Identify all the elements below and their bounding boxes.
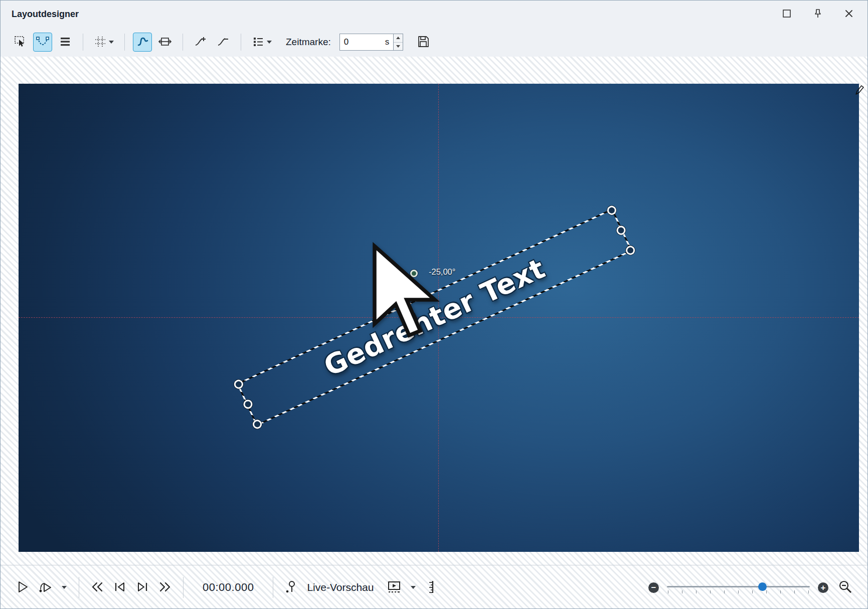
keyframe-curve-icon <box>36 35 49 50</box>
keyframe-list-icon <box>252 35 265 50</box>
transport-separator <box>273 577 273 598</box>
toolbar-separator <box>124 34 125 51</box>
play-button[interactable] <box>14 578 32 596</box>
play-from-marker-icon <box>38 579 53 596</box>
tracks-icon <box>59 35 72 50</box>
chevron-down-icon <box>62 586 67 589</box>
motion-path-button[interactable] <box>133 33 152 52</box>
spin-down-button[interactable] <box>394 42 403 51</box>
save-button[interactable] <box>414 33 433 52</box>
next-frame-icon <box>135 579 150 596</box>
select-object-icon <box>14 35 27 50</box>
zeitmarke-input[interactable] <box>340 34 385 50</box>
live-preview-button[interactable] <box>282 578 300 596</box>
preview-options-dropdown[interactable] <box>408 578 419 596</box>
time-display: 00:00.000 <box>203 581 254 594</box>
measure-button[interactable] <box>423 578 441 596</box>
pen-cursor-icon <box>854 85 864 98</box>
zoom-controls: − + <box>648 578 854 596</box>
window-title: Layoutdesigner <box>12 9 79 20</box>
layoutdesigner-window: Layoutdesigner <box>0 0 868 609</box>
keyframe-curve-button[interactable] <box>33 33 52 52</box>
spin-up-icon <box>396 37 400 39</box>
toolbar-separator <box>183 34 183 51</box>
live-preview-label: Live-Vorschau <box>307 581 374 593</box>
zoom-slider[interactable] <box>667 579 810 595</box>
work-area: Gedrehter Text -25,00° <box>1 57 867 608</box>
toolbar-separator <box>83 34 83 51</box>
save-icon <box>416 35 430 50</box>
previous-frame-button[interactable] <box>111 578 129 596</box>
motion-path-icon <box>136 35 149 50</box>
fast-forward-icon <box>157 579 172 596</box>
select-object-button[interactable] <box>11 33 30 52</box>
zoom-in-button[interactable]: + <box>818 582 828 593</box>
selection-handle-bottom-right[interactable] <box>624 244 636 256</box>
add-keyframe-button[interactable] <box>191 33 210 52</box>
chevron-down-icon <box>411 586 416 589</box>
selection-handle-top-right[interactable] <box>606 205 618 217</box>
chevron-down-icon <box>267 41 272 44</box>
play-icon <box>15 579 30 596</box>
selection-handle-middle-left[interactable] <box>242 398 254 411</box>
selection-handle-middle-right[interactable] <box>615 225 627 237</box>
previous-frame-icon <box>112 579 127 596</box>
window-controls <box>779 7 856 22</box>
main-toolbar: Zeitmarke: s <box>1 28 867 57</box>
maximize-icon <box>781 8 792 21</box>
rewind-button[interactable] <box>88 578 106 596</box>
transform-frame-button[interactable] <box>155 33 175 52</box>
grid-icon <box>94 35 107 50</box>
zeitmarke-label: Zeitmarke: <box>286 37 331 48</box>
design-canvas[interactable]: Gedrehter Text -25,00° <box>19 84 859 552</box>
zeitmarke-unit: s <box>385 37 394 47</box>
zeitmarke-field: s <box>339 34 404 51</box>
pin-button[interactable] <box>810 7 825 22</box>
close-button[interactable] <box>841 7 856 22</box>
play-from-marker-button[interactable] <box>36 578 54 596</box>
selection-handle-top-left[interactable] <box>233 378 245 390</box>
preview-window-icon <box>387 579 402 596</box>
selection-handle-bottom-left[interactable] <box>251 418 263 430</box>
zoom-slider-ticks <box>668 590 809 593</box>
tracks-button[interactable] <box>56 33 75 52</box>
toolbar-separator <box>241 34 241 51</box>
fast-forward-button[interactable] <box>156 578 174 596</box>
maximize-button[interactable] <box>779 7 794 22</box>
live-preview-icon <box>284 579 299 596</box>
spin-down-icon <box>396 45 400 48</box>
measure-icon <box>426 579 439 596</box>
rewind-icon <box>90 579 105 596</box>
pin-icon <box>812 8 823 21</box>
zoom-fit-button[interactable] <box>836 578 854 596</box>
remove-keyframe-icon <box>217 35 230 50</box>
close-icon <box>843 8 854 21</box>
transport-bar: 00:00.000 Live-Vorschau <box>1 565 867 609</box>
transport-separator <box>79 577 79 598</box>
zoom-slider-handle[interactable] <box>758 582 767 591</box>
preview-window-button[interactable] <box>385 578 403 596</box>
transport-separator <box>183 577 184 598</box>
grid-button[interactable] <box>91 33 116 52</box>
keyframe-list-button[interactable] <box>249 33 274 52</box>
zoom-fit-icon <box>838 579 853 596</box>
zoom-slider-track[interactable] <box>667 586 810 587</box>
next-frame-button[interactable] <box>133 578 151 596</box>
zeitmarke-spinner <box>393 34 403 50</box>
title-bar: Layoutdesigner <box>1 1 867 28</box>
spin-up-button[interactable] <box>394 34 403 42</box>
zoom-in-icon: + <box>821 583 826 592</box>
zoom-out-button[interactable]: − <box>648 582 659 593</box>
zoom-out-icon: − <box>651 583 656 592</box>
chevron-down-icon <box>109 41 114 44</box>
cursor-arrow <box>370 241 440 343</box>
transform-frame-icon <box>158 35 171 50</box>
play-options-dropdown[interactable] <box>59 578 70 596</box>
add-keyframe-icon <box>194 35 207 50</box>
remove-keyframe-button[interactable] <box>214 33 233 52</box>
